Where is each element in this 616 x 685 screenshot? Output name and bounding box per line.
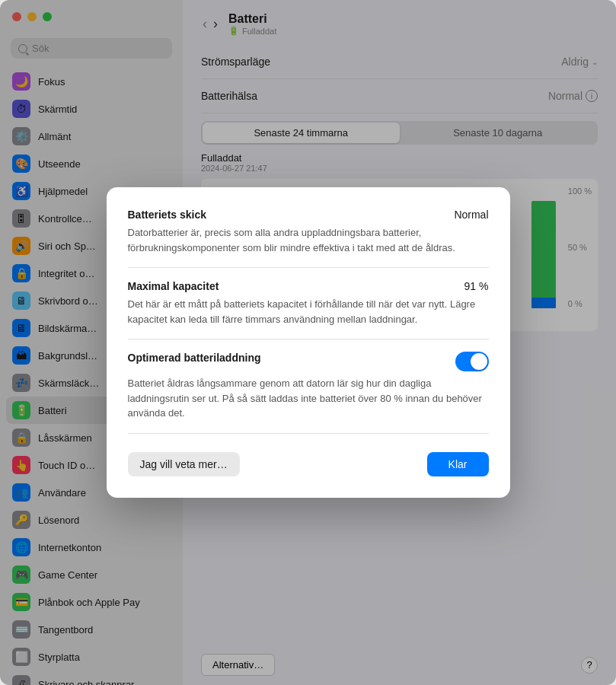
maximal-kapacitet-desc: Det här är ett mått på batteriets kapaci… bbox=[128, 297, 489, 327]
battery-health-modal: Batteriets skick Normal Datorbatterier ä… bbox=[107, 187, 510, 498]
batteriets-skick-title: Batteriets skick bbox=[128, 209, 207, 221]
learn-more-button[interactable]: Jag vill veta mer… bbox=[128, 452, 240, 476]
optimerad-laddning-header: Optimerad batteriladdning bbox=[128, 352, 489, 371]
modal-overlay: Batteriets skick Normal Datorbatterier ä… bbox=[0, 0, 616, 685]
toggle-knob bbox=[471, 353, 487, 370]
batteriets-skick-value: Normal bbox=[454, 209, 488, 221]
batteriets-skick-section: Batteriets skick Normal Datorbatterier ä… bbox=[128, 209, 489, 268]
optimerad-laddning-desc: Batteriet åldras långsammare genom att d… bbox=[128, 376, 489, 421]
modal-buttons: Jag vill veta mer… Klar bbox=[128, 452, 489, 476]
batteriets-skick-header: Batteriets skick Normal bbox=[128, 209, 489, 221]
maximal-kapacitet-title: Maximal kapacitet bbox=[128, 280, 219, 292]
optimerad-laddning-title: Optimerad batteriladdning bbox=[128, 352, 261, 364]
optimerad-laddning-toggle[interactable] bbox=[455, 352, 489, 371]
maximal-kapacitet-header: Maximal kapacitet 91 % bbox=[128, 280, 489, 292]
optimerad-laddning-section: Optimerad batteriladdning Batteriet åldr… bbox=[128, 339, 489, 434]
maximal-kapacitet-value: 91 % bbox=[464, 280, 489, 292]
batteriets-skick-desc: Datorbatterier är, precis som alla andra… bbox=[128, 225, 489, 255]
ok-button[interactable]: Klar bbox=[427, 452, 489, 476]
maximal-kapacitet-section: Maximal kapacitet 91 % Det här är ett må… bbox=[128, 268, 489, 339]
